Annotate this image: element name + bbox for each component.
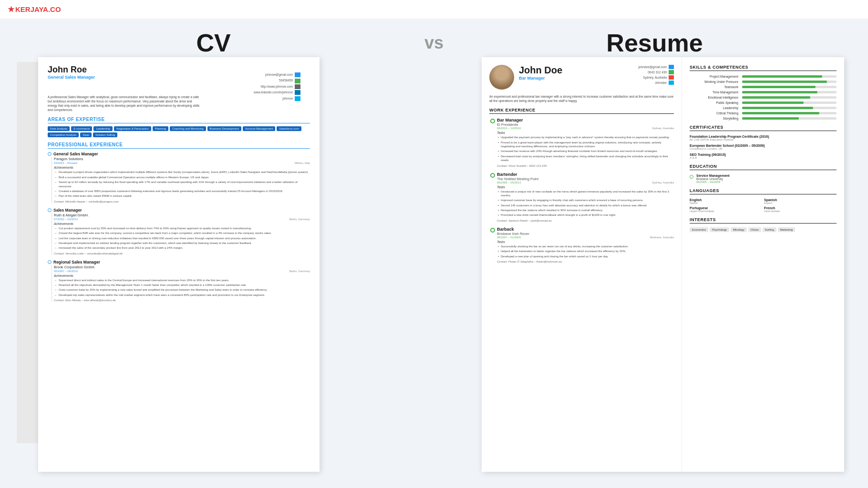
cv-container: John Roe General Sales Manager johnroe@g…: [24, 57, 320, 472]
resume-header: John Doe Bar Manager johndoe@gmail.com 0…: [489, 65, 674, 90]
skype-icon: [295, 96, 300, 101]
resume-lang-section: LANGUAGES English Native Spanish Expert …: [690, 188, 837, 213]
cv-experience-title: PROFESSIONAL EXPERIENCE: [48, 142, 310, 149]
resume-paper: John Doe Bar Manager johndoe@gmail.com 0…: [482, 57, 844, 472]
resume-email-row: johndoe@gmail.com: [639, 65, 674, 69]
lang-english: English Native: [690, 198, 762, 204]
cv-website-row: http://www.johnroe.com: [254, 84, 300, 89]
skill-storytelling: Storytelling: [690, 117, 837, 120]
interest-chess: Chess: [748, 227, 761, 232]
cv-email-row: johnroe@gmail.com: [254, 72, 300, 77]
resume-skype-icon: [669, 81, 674, 85]
tag-competitive: Competitive Analysis: [48, 132, 79, 137]
cv-tags-container: Data Analysis E-commerce Leadership Nego…: [48, 126, 310, 137]
resume-job-1: Bar Manager El Presidente 06/2013 – 12/2…: [497, 118, 674, 167]
resume-name-block: John Doe Bar Manager: [519, 65, 639, 81]
edu-dot: [690, 175, 693, 179]
web-icon: [295, 84, 300, 89]
interest-tags-container: Economics Psychology Mixology Chess Surf…: [690, 227, 837, 232]
resume-right-column: SKILLS & COMPETENCES Project Management …: [682, 57, 844, 472]
cv-phone-row: 50458456: [254, 78, 300, 83]
resume-email-icon: [669, 65, 674, 69]
interest-mixology: Mixology: [731, 227, 747, 232]
tag-salesforce: Salesforce.com: [277, 126, 301, 131]
tag-planning: Planning: [153, 126, 168, 131]
cert-2: European Bartender School (02/2009 – 05/…: [690, 144, 837, 150]
skill-time-mgmt: Time Management: [690, 91, 837, 94]
resume-location-icon: [669, 75, 674, 80]
resume-job1-dot: [490, 119, 495, 123]
lang-grid: English Native Spanish Expert Portuguese…: [690, 198, 837, 213]
skill-teamwork: Teamwork: [690, 85, 837, 89]
resume-work-title: WORK EXPERIENCE: [489, 108, 674, 114]
job2-circle: [48, 208, 52, 212]
resume-container: John Doe Bar Manager johndoe@gmail.com 0…: [482, 57, 844, 472]
cv-experience-section: PROFESSIONAL EXPERIENCE General Sales Ma…: [48, 142, 310, 302]
header: ★ KERJAYA.CO: [0, 0, 868, 19]
tag-account-mgmt: Account Management: [243, 126, 275, 131]
interest-economics: Economics: [690, 227, 708, 232]
cert-1: Foundation Leadership Program Certificat…: [690, 135, 837, 141]
resume-skills-section: SKILLS & COMPETENCES Project Management …: [690, 65, 837, 120]
resume-skills-title: SKILLS & COMPETENCES: [690, 65, 837, 71]
resume-jobs-list: Bar Manager El Presidente 06/2013 – 12/2…: [489, 118, 674, 263]
job1-circle: [48, 152, 52, 156]
skill-pressure: Working Under Pressure: [690, 80, 837, 83]
resume-skype-row: Johndoe: [639, 81, 674, 85]
cv-areas-section: AREAS OF EXPERTISE Data Analysis E-comme…: [48, 117, 310, 137]
tag-leadership: Leadership: [93, 126, 113, 131]
resume-title: Resume: [606, 29, 703, 57]
tag-coaching: Coaching and Mentoring: [170, 126, 206, 131]
lang-spanish: Spanish Expert: [764, 198, 837, 204]
lang-french: French Intermediate: [764, 206, 837, 213]
resume-certs-title: CERTIFICATES: [690, 125, 837, 131]
resume-job-2: Bartender The NoMad Meeting Point 06/200…: [497, 172, 674, 222]
cv-linkedin-row: www.linkedin.com/in/johnroe: [254, 90, 300, 95]
main-content: CV vs Resume John Roe General Sales Mana…: [0, 19, 868, 488]
cv-job-2: Sales Manager Ruth & Abigail GmbH. 07/20…: [48, 208, 310, 255]
resume-phone-row: 0043 312 436: [639, 70, 674, 74]
tag-biz-dev: Business Development: [207, 126, 241, 131]
linkedin-icon: [295, 90, 300, 95]
cert-3: SEO Training (09/2015) A & B: [690, 153, 837, 159]
resume-description: An experienced and professional bar mana…: [489, 94, 674, 103]
resume-interests-section: INTERESTS Economics Psychology Mixology …: [690, 217, 837, 232]
resume-certs-section: CERTIFICATES Foundation Leadership Progr…: [690, 125, 837, 159]
resume-work-section: WORK EXPERIENCE Bar Manager El President…: [489, 108, 674, 263]
tag-ecommerce: E-commerce: [71, 126, 92, 131]
email-icon: [295, 72, 300, 77]
title-row: CV vs Resume: [0, 19, 868, 62]
skill-emotional: Emotional Intelligence: [690, 96, 837, 99]
cv-areas-title: AREAS OF EXPERTISE: [48, 117, 310, 123]
tag-negotiation: Negotiation & Persuasion: [114, 126, 151, 131]
logo[interactable]: ★ KERJAYA.CO: [8, 5, 61, 14]
cv-description: A professional Sales Manager with analyt…: [48, 95, 200, 112]
resume-phone-icon: [669, 70, 674, 74]
resume-location-row: Sydney, Australia: [639, 75, 674, 80]
cv-contact-info: johnroe@gmail.com 50458456 http://www.jo…: [254, 72, 300, 102]
cv-job-1: General Sales Manager Paragon Solutions …: [48, 152, 310, 203]
job3-circle: [48, 260, 52, 264]
resume-edu-title: EDUCATION: [690, 164, 837, 170]
resume-job3-dot: [490, 228, 495, 233]
phone-icon: [295, 79, 300, 83]
skills-list: Project Management Working Under Pressur…: [690, 75, 837, 120]
skill-critical-thinking: Critical Thinking: [690, 112, 837, 115]
cv-job-3: Regional Sales Manager Brook Corporation…: [48, 260, 310, 302]
tag-saas: Saas: [80, 132, 92, 137]
resume-avatar: [489, 65, 514, 90]
vs-title: vs: [424, 33, 444, 52]
cv-title: CV: [196, 29, 230, 57]
cv-skype-row: johnroe: [254, 96, 300, 101]
resume-lang-title: LANGUAGES: [690, 188, 837, 194]
skill-leadership: Leadership: [690, 106, 837, 110]
resume-interests-title: INTERESTS: [690, 217, 837, 224]
edu-1: Service Management Brisbane University 0…: [690, 174, 837, 183]
skill-project-mgmt: Project Management: [690, 75, 837, 78]
interest-surfing: Surfing: [763, 227, 776, 232]
resume-contact-right: johndoe@gmail.com 0043 312 436 Sydney, A…: [639, 65, 674, 86]
interest-marketing: Marketing: [778, 227, 795, 232]
resume-edu-section: EDUCATION Service Management Brisbane Un…: [690, 164, 837, 183]
lang-portuguese: Portuguese Upper-Intermediate: [690, 206, 762, 213]
cv-paper: John Roe General Sales Manager johnroe@g…: [38, 57, 320, 472]
